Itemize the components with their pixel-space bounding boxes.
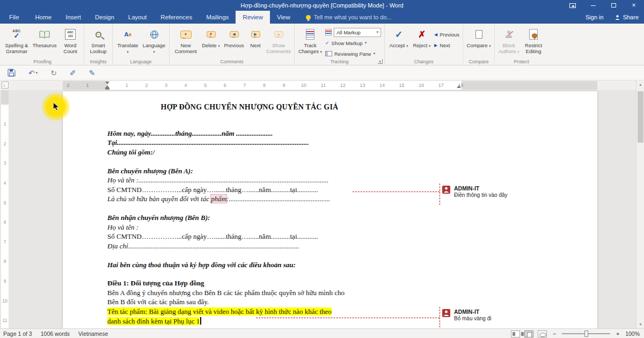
doc-line-article1-2[interactable]: Bên B đối với các tác phẩm sau đây. (107, 298, 400, 307)
comment-text[interactable]: Điền thông tin vào đây (454, 192, 508, 198)
reject-button[interactable]: ✗ Reject ▾ (411, 25, 433, 48)
smart-lookup-button[interactable]: Smart Lookup (86, 25, 110, 55)
save-button[interactable] (8, 69, 16, 77)
minimize-button[interactable] (583, 0, 603, 11)
ruler-number: 3 (156, 83, 176, 88)
compare-button[interactable]: Compare ▾ (465, 25, 492, 48)
comment-author-icon[interactable] (442, 309, 450, 317)
zoom-slider-thumb[interactable] (584, 330, 588, 337)
doc-line-agreement[interactable]: Hai bên cùng thoả thuận và ký hợp đồng v… (107, 261, 400, 270)
zoom-level[interactable]: 100% (625, 330, 640, 337)
tab-review[interactable]: Review (236, 11, 270, 24)
spelling-grammar-button[interactable]: ABC✓ Spelling & Grammar (3, 25, 30, 55)
previous-change-button[interactable]: ◀ Previous (433, 30, 460, 39)
scroll-up-button[interactable]: ▲ (636, 80, 644, 89)
document-page[interactable]: HỢP ĐỒNG CHUYỂN NHƯỢNG QUYỀN TÁC GIẢ Hôm… (63, 91, 597, 328)
tab-home[interactable]: Home (28, 11, 59, 24)
doc-line-include[interactable]: Chúng tôi gồm:/ (107, 148, 400, 158)
track-changes-button[interactable]: Track Changes ▾ (297, 25, 324, 55)
share-button[interactable]: Share (614, 14, 639, 20)
restore-button[interactable] (603, 0, 624, 11)
block-authors-button[interactable]: Block Authors ▾ (497, 25, 521, 55)
vertical-ruler[interactable]: 1234567891011 (1, 90, 9, 328)
reviewing-pane-button[interactable]: Reviewing Pane ▾ (324, 49, 382, 58)
language-button[interactable]: Language ▾ (141, 25, 167, 55)
comment-author-icon[interactable] (442, 186, 450, 194)
left-indent-marker[interactable] (105, 88, 109, 90)
tab-mailings[interactable]: Mailings (199, 11, 236, 24)
ribbon-display-options-button[interactable] (562, 0, 583, 11)
translate-button[interactable]: Aa Translate ▾ (115, 25, 141, 55)
doc-line-at[interactable]: Tại.....................................… (107, 138, 400, 148)
sign-in-link[interactable]: Sign in (586, 14, 604, 20)
dropdown-arrow-icon: ▾ (320, 50, 323, 54)
tell-me-box[interactable]: Tell me what you want to do... (306, 11, 392, 24)
dropdown-arrow-icon: ▾ (218, 44, 220, 48)
doc-line-party-b-id[interactable]: Số CMTND……………...cấp ngày….......tháng…..… (107, 232, 400, 242)
tab-design[interactable]: Design (88, 11, 121, 24)
previous-comment-button[interactable]: ◀ Previous (222, 25, 246, 48)
doc-line-party-a-name[interactable]: Họ và tên :.............................… (107, 176, 400, 186)
pencil-icon: ✎ (89, 69, 96, 77)
doc-line-party-b-name[interactable]: Họ và tên : (107, 223, 400, 233)
display-for-review-select[interactable]: All Markup▾ (334, 28, 381, 37)
delete-comment-button[interactable]: ✗ Delete ▾ (200, 25, 222, 48)
ribbon: ABC✓ Spelling & Grammar Thesaurus ABC123… (0, 24, 644, 65)
zoom-out-button[interactable]: − (551, 330, 558, 337)
doc-line-party-a-heading[interactable]: Bên chuyển nhượng (Bên A): (107, 167, 400, 177)
delete-comment-icon: ✗ (207, 26, 216, 42)
new-comment-icon: + (180, 26, 192, 42)
doc-line-party-a-owner[interactable]: Là chủ sở hữu bản quyền đối với tác phẩm… (107, 195, 400, 204)
doc-line-party-a-id[interactable]: Số CMTND……………...cấp ngày….......tháng…..… (107, 186, 400, 195)
redo-button[interactable]: ↻ (50, 69, 57, 77)
scrollbar-thumb[interactable] (638, 91, 643, 143)
print-layout-button[interactable] (524, 330, 533, 337)
doc-line-party-b-address[interactable]: Địa chỉ.................................… (107, 242, 400, 252)
tab-insert[interactable]: Insert (58, 11, 88, 24)
thesaurus-button[interactable]: Thesaurus (31, 25, 58, 48)
save-icon (8, 69, 16, 77)
next-comment-button[interactable]: ▶ Next (246, 25, 265, 48)
dropdown-arrow-icon: ▾ (376, 30, 378, 34)
tab-view[interactable]: View (270, 11, 297, 24)
doc-line-highlight-1[interactable]: Tên tác phẩm: Bài giảng dạng viết và vid… (107, 307, 400, 317)
word-count-indicator[interactable]: 1006 words (41, 330, 70, 337)
show-markup-button[interactable]: ✓ Show Markup ▾ (324, 38, 382, 48)
comment-author[interactable]: ADMIN-IT (454, 308, 479, 315)
language-indicator[interactable]: Vietnamese (78, 330, 108, 337)
tab-references[interactable]: References (153, 11, 199, 24)
zoom-slider[interactable] (562, 333, 610, 334)
status-bar: Page 1 of 3 1006 words Vietnamese − + 10… (0, 328, 644, 338)
zoom-in-button[interactable]: + (614, 330, 621, 337)
tab-layout[interactable]: Layout (121, 11, 154, 24)
document-title[interactable]: HỢP ĐỒNG CHUYỂN NHƯỢNG QUYỀN TÁC GIẢ (107, 103, 392, 112)
doc-line-article1-heading[interactable]: Điều 1: Đối tượng của Hợp đồng (107, 279, 400, 289)
comment-text[interactable]: Bỏ màu vàng đi (454, 315, 492, 321)
edit-document-button[interactable]: ✎ (89, 69, 96, 77)
right-indent-marker[interactable] (457, 85, 461, 88)
new-comment-button[interactable]: + New Comment (172, 25, 200, 55)
scroll-down-button[interactable]: ▼ (636, 320, 644, 328)
undo-button[interactable]: ↶▾ (28, 69, 38, 77)
tab-file[interactable]: File (0, 11, 28, 24)
restrict-editing-button[interactable]: Restrict Editing (521, 25, 546, 55)
word-count-button[interactable]: ABC123 Word Count (59, 25, 82, 55)
accept-button[interactable]: ✓ Accept ▾ (387, 25, 411, 48)
close-button[interactable]: × (624, 0, 644, 11)
comment-author[interactable]: ADMIN-IT (454, 185, 479, 192)
page-indicator[interactable]: Page 1 of 3 (3, 330, 32, 337)
tab-selector-button[interactable]: ∟ (2, 82, 9, 89)
vertical-scrollbar[interactable]: ▲ ▼ (636, 80, 644, 328)
show-comments-button[interactable]: ≡ Show Comments (265, 25, 292, 55)
ink-editor-button[interactable]: ✐ (70, 69, 76, 77)
horizontal-ruler[interactable]: ∟ 2 1 123456789101112131415161718 (0, 80, 636, 90)
doc-line-party-b-heading[interactable]: Bên nhận chuyển nhượng (Bên B): (107, 214, 400, 223)
first-line-indent-marker[interactable] (105, 82, 109, 84)
doc-line-date[interactable]: Hôm nay, ngày..............tháng........… (107, 129, 400, 139)
next-change-button[interactable]: ▶ Next (433, 40, 460, 50)
web-layout-button[interactable] (538, 330, 547, 337)
doc-line-article1-1[interactable]: Bên A đồng ý chuyển nhượng cho Bên B các… (107, 289, 400, 298)
ruler-number: 6 (1, 212, 9, 232)
read-mode-button[interactable] (511, 330, 520, 337)
doc-line-highlight-2[interactable]: danh sách đính kèm tại Phụ lục 1 (107, 317, 400, 327)
